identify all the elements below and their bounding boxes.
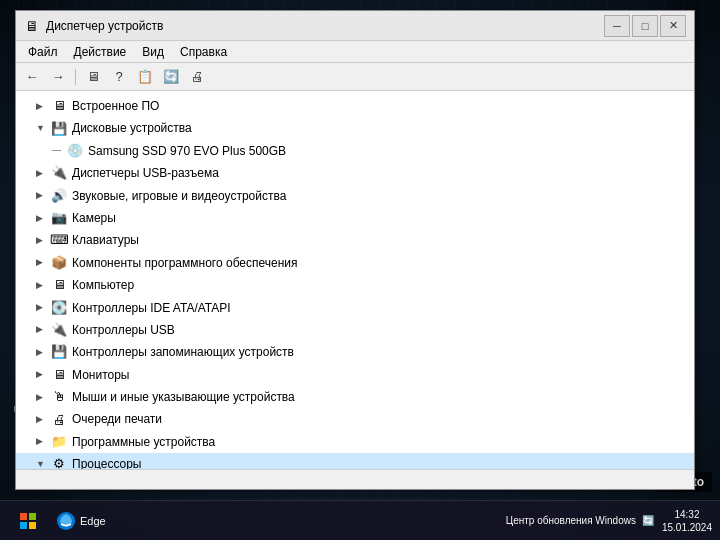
tree-item-computer[interactable]: ▶ 🖥 Компьютер (16, 274, 694, 296)
arrow-storage: ▶ (36, 345, 50, 360)
tree-item-ssd[interactable]: — 💿 Samsung SSD 970 EVO Plus 500GB (16, 140, 694, 162)
label-ssd: Samsung SSD 970 EVO Plus 500GB (88, 141, 286, 161)
icon-ssd: 💿 (66, 143, 84, 159)
menu-view[interactable]: Вид (134, 43, 172, 61)
icon-keyboards: ⌨ (50, 233, 68, 249)
label-storage: Контроллеры запоминающих устройств (72, 342, 294, 362)
arrow-audio: ▶ (36, 188, 50, 203)
label-usb-hubs: Диспетчеры USB-разъема (72, 163, 219, 183)
arrow-disk: ▼ (36, 121, 50, 136)
menu-action[interactable]: Действие (66, 43, 135, 61)
window-controls: ─ □ ✕ (604, 15, 686, 37)
label-soft-devices: Программные устройства (72, 432, 215, 452)
device-manager-window: 🖥 Диспетчер устройств ─ □ ✕ Файл Действи… (15, 10, 695, 490)
label-firmware: Встроенное ПО (72, 96, 159, 116)
label-keyboards: Клавиатуры (72, 230, 139, 250)
forward-button[interactable]: → (46, 66, 70, 88)
arrow-software: ▶ (36, 255, 50, 270)
maximize-button[interactable]: □ (632, 15, 658, 37)
arrow-keyboards: ▶ (36, 233, 50, 248)
taskbar-edge-label: Edge (80, 515, 106, 527)
arrow-monitors: ▶ (36, 367, 50, 382)
tree-item-soft-devices[interactable]: ▶ 📁 Программные устройства (16, 431, 694, 453)
label-monitors: Мониторы (72, 365, 129, 385)
tree-item-audio[interactable]: ▶ 🔊 Звуковые, игровые и видеоустройства (16, 185, 694, 207)
menu-bar: Файл Действие Вид Справка (16, 41, 694, 63)
label-cameras: Камеры (72, 208, 116, 228)
icon-storage: 💾 (50, 344, 68, 360)
status-bar (16, 469, 694, 489)
arrow-ide: ▶ (36, 300, 50, 315)
arrow-ssd: — (52, 143, 66, 158)
icon-firmware: 🖥 (50, 98, 68, 114)
menu-help[interactable]: Справка (172, 43, 235, 61)
icon-software: 📦 (50, 255, 68, 271)
icon-ide: 💽 (50, 300, 68, 316)
clock-time: 14:32 (662, 508, 712, 521)
tree-item-keyboards[interactable]: ▶ ⌨ Клавиатуры (16, 229, 694, 251)
label-computer: Компьютер (72, 275, 134, 295)
tree-item-monitors[interactable]: ▶ 🖥 Мониторы (16, 364, 694, 386)
label-ide: Контроллеры IDE ATA/ATAPI (72, 298, 231, 318)
icon-usb-ctrl: 🔌 (50, 322, 68, 338)
label-audio: Звуковые, игровые и видеоустройства (72, 186, 286, 206)
device-tree[interactable]: ▶ 🖥 Встроенное ПО ▼ 💾 Дисковые устройств… (16, 91, 694, 469)
back-button[interactable]: ← (20, 66, 44, 88)
properties-button[interactable]: 🖥 (81, 66, 105, 88)
toolbar: ← → 🖥 ? 📋 🔄 🖨 (16, 63, 694, 91)
icon-computer: 🖥 (50, 277, 68, 293)
window-title: Диспетчер устройств (46, 19, 604, 33)
svg-rect-1 (20, 513, 27, 520)
icon-soft-devices: 📁 (50, 434, 68, 450)
toolbar-separator-1 (75, 69, 76, 85)
windows-update-icon: 🔄 (642, 515, 654, 526)
arrow-usb-hubs: ▶ (36, 166, 50, 181)
arrow-usb-ctrl: ▶ (36, 322, 50, 337)
icon-cpu: ⚙ (50, 456, 68, 469)
arrow-cpu: ▼ (36, 457, 50, 469)
close-button[interactable]: ✕ (660, 15, 686, 37)
tree-item-software[interactable]: ▶ 📦 Компоненты программного обеспечения (16, 252, 694, 274)
icon-mice: 🖱 (50, 389, 68, 405)
start-button[interactable] (8, 504, 48, 538)
refresh-button[interactable]: 🔄 (159, 66, 183, 88)
arrow-mice: ▶ (36, 390, 50, 405)
clock-display: 14:32 15.01.2024 (662, 508, 712, 534)
icon-audio: 🔊 (50, 188, 68, 204)
label-print-queue: Очереди печати (72, 409, 162, 429)
tree-item-usb-ctrl[interactable]: ▶ 🔌 Контроллеры USB (16, 319, 694, 341)
print-button[interactable]: 🖨 (185, 66, 209, 88)
tree-item-ide[interactable]: ▶ 💽 Контроллеры IDE ATA/ATAPI (16, 297, 694, 319)
label-usb-ctrl: Контроллеры USB (72, 320, 175, 340)
label-mice: Мыши и иные указывающие устройства (72, 387, 295, 407)
arrow-print-queue: ▶ (36, 412, 50, 427)
tree-item-print-queue[interactable]: ▶ 🖨 Очереди печати (16, 408, 694, 430)
notification-center-label: Центр обновления Windows (506, 515, 636, 526)
icon-disk: 💾 (50, 121, 68, 137)
svg-rect-4 (29, 522, 36, 529)
label-disk: Дисковые устройства (72, 118, 192, 138)
tree-item-disk[interactable]: ▼ 💾 Дисковые устройства (16, 117, 694, 139)
arrow-computer: ▶ (36, 278, 50, 293)
icon-monitors: 🖥 (50, 367, 68, 383)
tree-item-cameras[interactable]: ▶ 📷 Камеры (16, 207, 694, 229)
taskbar: Edge Центр обновления Windows 🔄 14:32 15… (0, 500, 720, 540)
tree-item-storage[interactable]: ▶ 💾 Контроллеры запоминающих устройств (16, 341, 694, 363)
desktop: 🖥 Диспетчер устройств ─ □ ✕ Файл Действи… (0, 0, 720, 540)
svg-rect-2 (29, 513, 36, 520)
tree-item-mice[interactable]: ▶ 🖱 Мыши и иные указывающие устройства (16, 386, 694, 408)
tree-item-firmware[interactable]: ▶ 🖥 Встроенное ПО (16, 95, 694, 117)
arrow-soft-devices: ▶ (36, 434, 50, 449)
window-icon: 🖥 (24, 18, 40, 34)
menu-file[interactable]: Файл (20, 43, 66, 61)
clock-date: 15.01.2024 (662, 521, 712, 534)
icon-print-queue: 🖨 (50, 412, 68, 428)
taskbar-edge[interactable]: Edge (48, 504, 114, 538)
label-software: Компоненты программного обеспечения (72, 253, 298, 273)
help-button[interactable]: ? (107, 66, 131, 88)
tree-item-usb-hubs[interactable]: ▶ 🔌 Диспетчеры USB-разъема (16, 162, 694, 184)
minimize-button[interactable]: ─ (604, 15, 630, 37)
scan-button[interactable]: 📋 (133, 66, 157, 88)
icon-usb-hubs: 🔌 (50, 165, 68, 181)
tree-item-cpu[interactable]: ▼ ⚙ Процессоры (16, 453, 694, 469)
